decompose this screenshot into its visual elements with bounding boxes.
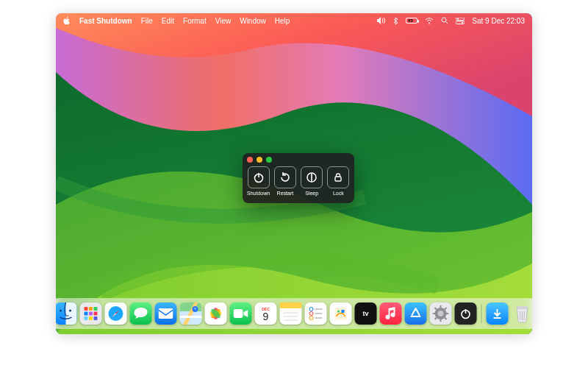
svg-point-38 <box>309 316 313 320</box>
dock-settings-icon[interactable] <box>430 302 452 325</box>
svg-line-59 <box>520 311 521 320</box>
shutdown-action: Shutdown <box>247 166 270 196</box>
svg-point-2 <box>442 18 446 22</box>
restart-icon <box>279 171 292 184</box>
dock-mail-icon[interactable] <box>155 302 177 325</box>
svg-point-14 <box>69 310 71 312</box>
svg-point-43 <box>337 311 340 313</box>
window-zoom-button[interactable] <box>266 157 272 163</box>
lock-button[interactable] <box>327 166 349 188</box>
dock: DEC 9 tv <box>56 298 532 329</box>
svg-point-1 <box>429 22 430 24</box>
svg-rect-12 <box>335 177 341 181</box>
svg-rect-15 <box>85 307 88 311</box>
dock-messages-icon[interactable] <box>130 302 152 325</box>
svg-rect-32 <box>280 302 302 308</box>
dock-tv-icon[interactable]: tv <box>355 302 377 325</box>
dock-finder-icon[interactable] <box>56 302 77 325</box>
dock-notes-icon[interactable] <box>280 302 302 325</box>
menu-file[interactable]: File <box>141 17 153 25</box>
dock-fastshutdown-icon[interactable] <box>455 302 477 325</box>
svg-rect-20 <box>94 312 98 316</box>
dock-trash-icon[interactable] <box>512 302 533 325</box>
dock-launchpad-icon[interactable] <box>80 302 102 325</box>
svg-rect-44 <box>342 310 345 313</box>
svg-rect-25 <box>159 308 173 319</box>
svg-rect-4 <box>456 18 465 21</box>
svg-point-36 <box>309 308 313 311</box>
svg-line-51 <box>435 308 437 310</box>
power-icon <box>252 171 265 184</box>
svg-point-6 <box>457 18 459 19</box>
dock-downloads-icon[interactable] <box>487 302 509 325</box>
window-minimize-button[interactable] <box>257 157 262 163</box>
menu-format[interactable]: Format <box>183 17 207 25</box>
svg-rect-19 <box>89 312 93 316</box>
svg-rect-17 <box>94 307 98 311</box>
dock-calendar-icon[interactable]: DEC 9 <box>255 302 277 325</box>
menubar-datetime[interactable]: Sat 9 Dec 22:03 <box>472 17 525 25</box>
wifi-icon[interactable] <box>425 18 434 24</box>
svg-rect-18 <box>85 312 88 316</box>
window-close-button[interactable] <box>247 157 253 163</box>
battery-status[interactable]: 65 <box>406 18 417 24</box>
dock-facetime-icon[interactable] <box>230 302 252 325</box>
svg-rect-22 <box>89 316 93 320</box>
svg-line-3 <box>446 22 448 24</box>
svg-line-53 <box>445 308 447 310</box>
dock-freeform-icon[interactable] <box>330 302 352 325</box>
calendar-day-label: 9 <box>263 311 269 322</box>
svg-rect-31 <box>234 309 243 318</box>
restart-action: Restart <box>273 166 296 196</box>
svg-rect-5 <box>456 21 465 24</box>
lock-label: Lock <box>333 191 344 196</box>
lock-icon <box>331 171 345 184</box>
lock-action: Lock <box>327 166 350 196</box>
shutdown-button[interactable] <box>248 166 270 188</box>
dock-reminders-icon[interactable] <box>305 302 327 325</box>
restart-button[interactable] <box>274 166 296 188</box>
svg-point-46 <box>438 311 444 316</box>
app-name-menu[interactable]: Fast Shutdown <box>79 17 132 25</box>
sleep-label: Sleep <box>305 191 318 196</box>
menu-bar: Fast Shutdown File Edit Format View Wind… <box>56 13 532 28</box>
bluetooth-icon[interactable] <box>393 17 398 25</box>
svg-point-13 <box>60 310 62 312</box>
svg-line-61 <box>524 311 525 320</box>
svg-line-54 <box>435 317 437 319</box>
sleep-icon <box>305 171 318 184</box>
sleep-action: Sleep <box>301 166 323 196</box>
sleep-button[interactable] <box>301 166 323 188</box>
control-center-icon[interactable] <box>456 18 465 24</box>
dock-photos-icon[interactable] <box>205 302 227 325</box>
desktop-screen: Fast Shutdown File Edit Format View Wind… <box>56 13 532 334</box>
dock-maps-icon[interactable] <box>180 302 202 325</box>
svg-rect-21 <box>85 316 88 320</box>
svg-rect-58 <box>517 306 528 308</box>
dock-music-icon[interactable] <box>380 302 402 325</box>
restart-label: Restart <box>277 191 294 196</box>
menu-view[interactable]: View <box>215 17 232 25</box>
svg-line-52 <box>445 317 447 319</box>
menu-help[interactable]: Help <box>275 17 290 25</box>
dock-separator <box>481 304 482 323</box>
fast-shutdown-window: Shutdown Restart Sleep Lock <box>243 153 354 203</box>
menu-window[interactable]: Window <box>240 17 266 25</box>
svg-point-7 <box>462 21 463 23</box>
dock-appstore-icon[interactable] <box>405 302 427 325</box>
dock-safari-icon[interactable] <box>105 302 127 325</box>
volume-icon[interactable] <box>377 17 386 24</box>
window-titlebar <box>247 157 272 163</box>
svg-rect-16 <box>89 307 93 311</box>
menu-edit[interactable]: Edit <box>162 17 174 25</box>
svg-rect-23 <box>94 316 98 320</box>
spotlight-icon[interactable] <box>441 17 448 24</box>
svg-point-37 <box>309 312 313 316</box>
apple-menu-icon[interactable] <box>63 16 71 25</box>
shutdown-label: Shutdown <box>247 191 270 196</box>
